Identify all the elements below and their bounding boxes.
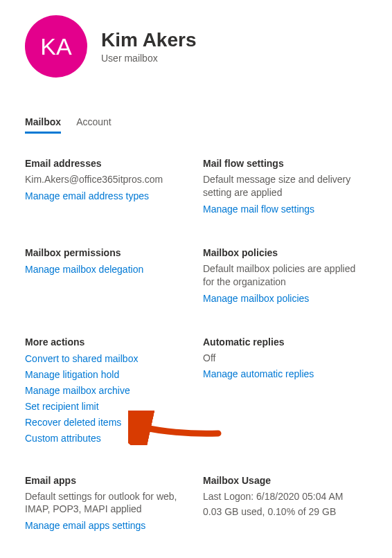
- manage-email-apps-link[interactable]: Manage email apps settings: [25, 519, 189, 533]
- mail-flow-heading: Mail flow settings: [203, 158, 367, 169]
- mailbox-permissions-heading: Mailbox permissions: [25, 247, 189, 258]
- section-more-actions: More actions Convert to shared mailbox M…: [25, 336, 189, 447]
- section-mail-flow: Mail flow settings Default message size …: [203, 158, 367, 219]
- section-mailbox-usage: Mailbox Usage Last Logon: 6/18/2020 05:0…: [203, 475, 367, 537]
- section-email-addresses: Email addresses Kim.Akers@office365itpro…: [25, 158, 189, 219]
- manage-litigation-hold-link[interactable]: Manage litigation hold: [25, 368, 189, 382]
- page-subtitle: User mailbox: [101, 53, 196, 64]
- mailbox-usage-heading: Mailbox Usage: [203, 475, 367, 486]
- section-email-apps: Email apps Default settings for outlook …: [25, 475, 189, 537]
- section-mailbox-policies: Mailbox policies Default mailbox policie…: [203, 247, 367, 309]
- section-mailbox-permissions: Mailbox permissions Manage mailbox deleg…: [25, 247, 189, 309]
- email-address-value: Kim.Akers@office365itpros.com: [25, 173, 189, 186]
- manage-mail-flow-link[interactable]: Manage mail flow settings: [203, 202, 367, 217]
- recover-deleted-items-link[interactable]: Recover deleted items: [25, 415, 189, 430]
- automatic-replies-status: Off: [203, 352, 367, 365]
- tab-bar: Mailbox Account: [25, 112, 367, 134]
- set-recipient-limit-link[interactable]: Set recipient limit: [25, 399, 189, 414]
- mailbox-policies-desc: Default mailbox policies are applied for…: [203, 262, 367, 289]
- tab-mailbox[interactable]: Mailbox: [25, 112, 61, 134]
- manage-mailbox-policies-link[interactable]: Manage mailbox policies: [203, 291, 367, 306]
- mailbox-policies-heading: Mailbox policies: [203, 247, 367, 258]
- usage-value: 0.03 GB used, 0.10% of 29 GB: [203, 505, 367, 519]
- email-apps-heading: Email apps: [25, 475, 189, 486]
- tab-account[interactable]: Account: [76, 112, 112, 134]
- last-logon-value: Last Logon: 6/18/2020 05:04 AM: [203, 490, 367, 503]
- section-automatic-replies: Automatic replies Off Manage automatic r…: [203, 336, 367, 447]
- automatic-replies-heading: Automatic replies: [203, 336, 367, 348]
- email-apps-desc: Default settings for outlook for web, IM…: [25, 490, 189, 516]
- convert-to-shared-mailbox-link[interactable]: Convert to shared mailbox: [25, 352, 189, 366]
- avatar: KA: [25, 15, 87, 78]
- manage-mailbox-delegation-link[interactable]: Manage mailbox delegation: [25, 262, 189, 277]
- manage-automatic-replies-link[interactable]: Manage automatic replies: [203, 367, 367, 381]
- page-title: Kim Akers: [101, 29, 196, 51]
- manage-mailbox-archive-link[interactable]: Manage mailbox archive: [25, 384, 189, 398]
- custom-attributes-link[interactable]: Custom attributes: [25, 431, 189, 446]
- mail-flow-desc: Default message size and delivery settin…: [203, 173, 367, 199]
- email-addresses-heading: Email addresses: [25, 158, 189, 169]
- more-actions-heading: More actions: [25, 336, 189, 348]
- manage-email-address-types-link[interactable]: Manage email address types: [25, 189, 189, 204]
